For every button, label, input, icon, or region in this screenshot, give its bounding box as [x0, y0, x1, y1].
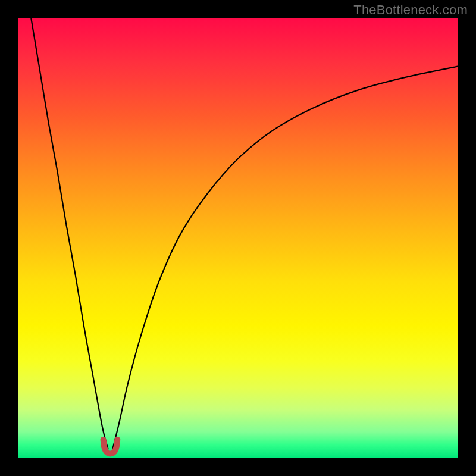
curve-left: [31, 18, 108, 449]
curve-layer: [18, 18, 458, 458]
attribution-text: TheBottleneck.com: [353, 2, 468, 18]
chart-frame: TheBottleneck.com: [0, 0, 476, 476]
curve-right: [112, 66, 458, 449]
plot-area: [18, 18, 458, 458]
bottom-marker: [104, 440, 118, 453]
